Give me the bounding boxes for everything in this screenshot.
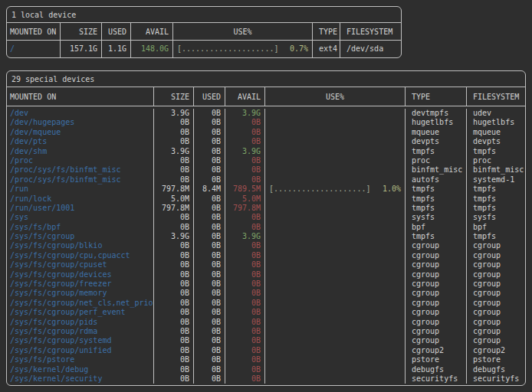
cell-used: 0B [194,241,225,250]
cell-mounted-on: /proc/sys/fs/binfmt_misc [7,175,154,185]
cell-avail: 0B [225,374,265,384]
cell-mounted-on: /dev [7,109,154,118]
cell-mounted-on: /dev/pts [7,137,154,146]
cell-avail: 0B [225,318,265,327]
cell-filesystem: cgroup [467,308,525,317]
cell-use-percent [265,374,406,384]
cell-use-percent [265,232,406,241]
cell-type: cgroup [406,308,467,317]
cell-use-percent [265,327,406,336]
cell-type: binfmt_misc [406,165,467,175]
cell-avail: 0B [225,289,265,298]
cell-use-percent [265,194,406,204]
table-row: /sys/fs/cgroup/devices0B0B0Bcgroupcgroup [7,270,525,279]
table-row: /sys/fs/cgroup/rdma0B0B0Bcgroupcgroup [7,327,525,336]
cell-use-percent [265,336,406,345]
cell-size: 0B [154,270,194,279]
table-row: /sys/fs/cgroup3.9G0B3.9Gtmpfstmpfs [7,232,525,241]
cell-size: 0B [154,355,194,364]
cell-size: 3.9G [154,109,194,118]
cell-type: cgroup [406,318,467,327]
cell-filesystem: tmpfs [467,194,525,204]
cell-type: cgroup [406,299,467,308]
mount-path: /dev/hugepages [10,118,74,126]
cell-used: 0B [194,251,225,260]
cell-type: cgroup [406,270,467,279]
cell-type: tmpfs [406,185,467,194]
cell-filesystem: bpf [467,223,525,232]
cell-mounted-on: /sys/fs/cgroup/cpuset [7,260,154,270]
table-row: /sys/fs/cgroup/cpuset0B0B0Bcgroupcgroup [7,260,525,270]
cell-use-percent [265,223,406,232]
table-row: /dev/hugepages0B0B0Bhugetlbfshugetlbfs [7,118,525,127]
cell-mounted-on: /sys/kernel/debug [7,365,154,374]
table-row: /sys0B0B0Bsysfssysfs [7,213,525,222]
special-devices-header-row: MOUNTED ONSIZEUSEDAVAILUSE%TYPEFILESYSTE… [7,87,525,106]
cell-mounted-on: /sys/fs/cgroup [7,232,154,241]
mount-path: /dev/mqueue [10,128,61,136]
cell-used: 0B [194,318,225,327]
cell-mounted-on: /proc/sys/fs/binfmt_misc [7,165,154,175]
cell-filesystem: cgroup [467,260,525,270]
cell-size: 0B [154,308,194,317]
cell-filesystem: hugetlbfs [467,118,525,127]
cell-used: 0B [194,355,225,364]
cell-filesystem: cgroup [467,318,525,327]
cell-size: 0B [154,260,194,270]
table-row: /sys/fs/cgroup/systemd0B0B0Bcgroupcgroup [7,336,525,345]
cell-used: 0B [194,299,225,308]
mount-path: /sys/fs/cgroup/memory [10,289,107,297]
cell-use-percent [265,279,406,289]
mount-path: /sys/fs/cgroup [10,232,74,240]
cell-filesystem: cgroup2 [467,346,525,355]
cell-used: 0B [194,147,225,156]
cell-avail: 0B [225,308,265,317]
cell-mounted-on: /sys/fs/bpf [7,223,154,232]
cell-mounted-on: /run [7,185,154,194]
cell-avail: 0B [225,279,265,289]
mount-path: /sys/fs/bpf [10,223,61,231]
cell-use-percent [265,260,406,270]
cell-use-percent [265,346,406,355]
cell-used: 8.4M [194,185,225,194]
mount-path: /proc [10,156,33,165]
table-row: /run/lock5.0M0B5.0Mtmpfstmpfs [7,194,525,204]
cell-used: 0B [194,175,225,185]
cell-used: 0B [194,223,225,232]
cell-mounted-on: /dev/hugepages [7,118,154,127]
cell-used: 0B [194,213,225,222]
cell-filesystem: cgroup [467,336,525,345]
column-header-avail: AVAIL [225,87,265,106]
cell-filesystem: securityfs [467,374,525,384]
mount-path: /sys/fs/cgroup/devices [10,270,111,279]
cell-used: 0B [194,260,225,270]
mount-path: /dev/pts [10,137,47,145]
cell-size: 3.9G [154,147,194,156]
cell-filesystem: devpts [467,137,525,146]
cell-type: cgroup [406,327,467,336]
cell-size: 0B [154,137,194,146]
cell-size: 3.9G [154,232,194,241]
cell-size: 0B [154,279,194,289]
cell-type: mqueue [406,128,467,137]
mount-path: /sys/fs/cgroup/perf_event [10,308,126,316]
mount-path: /sys/fs/cgroup/rdma [10,327,97,335]
cell-use-percent [265,137,406,146]
cell-used: 0B [194,137,225,146]
cell-size: 0B [154,251,194,260]
cell-filesystem: /dev/sda [340,41,401,57]
table-row: /sys/fs/cgroup/unified0B0B0Bcgroup2cgrou… [7,346,525,355]
cell-use-percent: [....................]1.0% [265,185,406,194]
cell-avail: 148.0G [131,41,173,57]
cell-mounted-on: /sys/fs/cgroup/net_cls,net_prio [7,299,154,308]
cell-mounted-on: /sys/fs/pstore [7,355,154,364]
cell-avail: 0B [225,165,265,175]
table-row: /sys/fs/cgroup/net_cls,net_prio0B0B0Bcgr… [7,299,525,308]
cell-use-percent [265,118,406,127]
cell-filesystem: sysfs [467,213,525,222]
cell-size: 0B [154,289,194,298]
cell-avail: 0B [225,128,265,137]
cell-used: 0B [194,289,225,298]
cell-size: 0B [154,241,194,250]
column-header-filesystem: FILESYSTEM [467,87,525,106]
